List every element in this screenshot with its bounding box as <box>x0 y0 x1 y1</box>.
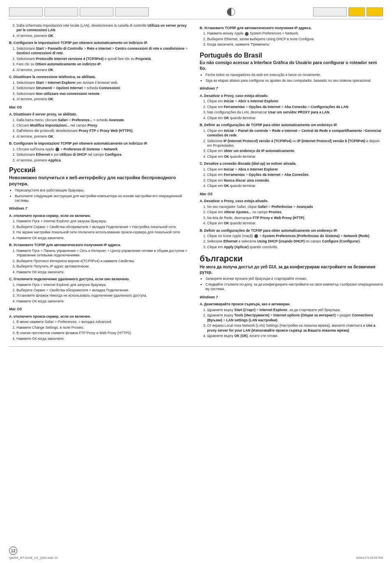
portuguese-title: Português do Brasil <box>200 51 383 59</box>
section-c-list: Selezionare Start > Internet Explorer pe… <box>16 81 192 102</box>
ru-macos-section-a-heading: А. отключите прокси-сервер, если он вклю… <box>9 314 192 319</box>
list-item: Clique em Nunca discar uma conexão. <box>207 178 383 183</box>
footer-left-text: Q8204_RT-N10E_V2_QSG.indd 12 <box>9 556 58 560</box>
list-item: Щракнете върху OK (ОК), когато сте готов… <box>207 334 383 338</box>
footer-right-text: 3/28/13 5:23:53 PM <box>356 556 383 560</box>
list-item: Cliccare sull'icona Apple > Preferenze d… <box>16 147 192 152</box>
list-item: Clique em OK quando terminar. <box>207 184 383 188</box>
list-item: Dalla schermata Impostazioni rete locale… <box>16 23 192 33</box>
list-item: Clique no ícone Apple (maçã) > System Pr… <box>207 234 383 238</box>
list-item: Нажмите ОК когда закончите. <box>16 337 192 341</box>
list-item: Щракнете върху Tools (Инструменти) > Int… <box>207 313 383 323</box>
pt-macos-b-list: Clique no ícone Apple (maçã) > System Pr… <box>207 234 383 249</box>
list-item: Dalla barra menu, cliccare Safari > Pref… <box>16 118 192 122</box>
ru-section-c-list: Нажмите Пуск > Internet Explorer для зап… <box>16 283 192 304</box>
list-item: Выберите Сервис > Свойства обозревателя … <box>16 288 192 293</box>
list-item: От екрана Local Area Network (LAN) Setti… <box>207 323 383 333</box>
list-item: В меню нажмите Safari > Preferences. > в… <box>16 320 192 324</box>
ru-section-a-list: Нажмите Пуск > Internet Explorer для зап… <box>16 219 192 240</box>
list-item: Siga as etapas abaixo para configurar os… <box>205 78 383 83</box>
portuguese-intro-list: Feche todos os navegadores da web em exe… <box>205 73 383 83</box>
list-item: Установите флажок Никогда не использоват… <box>16 293 192 298</box>
list-item: Нажмите ОК когда закончите. <box>16 270 192 275</box>
list-item: В списке протоколов снимите флажок FTP P… <box>16 331 192 335</box>
ru-section-a-heading: А. отключите прокси-сервер, если он вклю… <box>9 214 192 218</box>
windows7-label-pt: Windows 7 <box>200 86 383 91</box>
ru-macos-section-a-list: В меню нажмите Safari > Preferences. > в… <box>16 320 192 341</box>
pt-section-b-heading: B. Definir as configurações de TCP/IP pa… <box>200 123 383 127</box>
list-item: Selezionare Start > Pannello di Controll… <box>16 46 192 56</box>
list-item: Нажмите ОК когда закончите. <box>16 236 192 240</box>
apple-icon <box>55 148 59 151</box>
list-item: Selezionare Start > Internet Explorer pe… <box>16 81 192 85</box>
list-item: Нажмите Пуск > Internet Explorer для зап… <box>16 219 192 224</box>
macos-section-b-heading-it: B. Configurare le impostazioni TCP/IP pe… <box>9 141 192 146</box>
list-item: Selezionare Non utilizzare mai connessio… <box>16 92 192 96</box>
list-item: Щракнете върху Start (Старт) > Internet … <box>207 308 383 312</box>
pt-macos-a-heading: A. Desativar o Proxy, caso esteja ativad… <box>200 199 383 203</box>
list-item: Al termine, premere OK. <box>16 68 192 72</box>
bulgarian-intro-list: Затворете всички пуснати уеб браузъри и … <box>205 277 383 291</box>
bulgarian-title: български <box>200 254 383 263</box>
russian-title: Русский <box>9 166 192 174</box>
bulgarian-subtitle: Не мога да получа достъп до уеб GUI, за … <box>200 264 383 275</box>
macos-label-it: Mac OS <box>9 105 192 110</box>
list-item: На экране настройки локальной сети отклю… <box>16 230 192 235</box>
macos-label-ru: Mac OS <box>9 307 192 311</box>
list-item: Feche todos os navegadores da web em exe… <box>205 73 383 77</box>
list-item: Выберите Ethernet, затем выберите Using … <box>207 37 383 42</box>
list-item: Clique em OK quando terminar. <box>207 116 383 120</box>
bg-section-a-list: Щракнете върху Start (Старт) > Internet … <box>207 308 383 339</box>
ru-section-b-heading: В. Установите TCP/IP для автоматического… <box>9 243 192 247</box>
list-item: Выберите Протокол Интернета версии 4(TCP… <box>16 259 192 263</box>
list-item: Нажмите иконку Apple System Preferences … <box>207 31 383 36</box>
list-item: Selezionare Protocollo Internet versione… <box>16 57 192 61</box>
list-item: Clique em Ferramentas > Opções da Intern… <box>207 105 383 109</box>
ru-macos-b-heading: В. Установите TCP/IP для автоматического… <box>200 26 383 30</box>
windows7-label-ru: Windows 7 <box>9 206 192 211</box>
pt-section-c-list: Clique em Iniciar > Abra o Internet Expl… <box>207 167 383 189</box>
list-item: Выберите Получить IP адрес автоматически… <box>16 264 192 269</box>
list-item: Clique em Ferramentas > Opções da Intern… <box>207 173 383 177</box>
russian-subtitle: Невозможно получиться к веб-интерфейсу д… <box>9 175 192 187</box>
footer: 12 Q8204_RT-N10E_V2_QSG.indd 12 3/28/13 … <box>0 556 392 560</box>
list-item: Clique em Apply (Aplicar) quando concluí… <box>207 245 383 249</box>
list-item: Затворете всички пуснати уеб браузъри и … <box>205 277 383 281</box>
list-item: Dall'elenco dei protocolli, deselezionar… <box>16 129 192 133</box>
macos-section-b-list-it: Cliccare sull'icona Apple > Preferenze d… <box>16 147 192 163</box>
list-item: Clique em Iniciar > Abrir o Internet Exp… <box>207 99 383 104</box>
page-number: 12 <box>9 547 17 555</box>
list-item: Selecione Ethernet e selecione Using DHC… <box>207 239 383 244</box>
apple-icon-pt <box>254 234 258 238</box>
page: Dalla schermata Impostazioni rete locale… <box>0 0 392 563</box>
list-item: Перезапустите все работающие браузеры. <box>15 188 192 193</box>
list-item: Нажмите Пуск > Internet Explorer для зап… <box>16 283 192 287</box>
macos-section-a-list: Dalla barra menu, cliccare Safari > Pref… <box>16 118 192 139</box>
list-item: Следвайте стъпките по-долу, за да конфиг… <box>205 282 383 292</box>
list-item: Cliccare Modifica impostazioni... nel ca… <box>16 123 192 128</box>
list-item: Al termine, premere Applica. <box>16 158 192 163</box>
macos-section-a-heading: A. Disattivare il server proxy, se abili… <box>9 112 192 117</box>
list-item: Clique em Iniciar > Abra o Internet Expl… <box>207 167 383 172</box>
bg-section-a-heading: А. Деактивирайте прокси сървъра, ако е а… <box>200 302 383 307</box>
list-item: Selezionare Ethernet e poi Utilizzo di D… <box>16 152 192 157</box>
list-item: Нажмите Change Settings. в поле Proxies. <box>16 325 192 330</box>
top-divider <box>9 19 383 19</box>
right-column: В. Установите TCP/IP для автоматического… <box>200 23 383 342</box>
section-b-heading: B. Configurare le impostazioni TCP/IP pe… <box>9 41 192 45</box>
list-item: Na tela de Rede, desmarque FTP Proxy e W… <box>207 216 383 220</box>
ru-macos-b-list: Нажмите иконку Apple System Preferences … <box>207 31 383 47</box>
list-item: Al termine, premere OK. <box>16 97 192 102</box>
ru-section-c-heading: С. Отключите подключение удаленного дост… <box>9 277 192 282</box>
list-item: Selecione IP (Internet Protocol) versão … <box>207 139 383 148</box>
list-item: Clique em obter um endereço de IP automa… <box>207 149 383 153</box>
list-item: Clique em Iniciar > Painel de controle >… <box>207 129 383 138</box>
pt-section-b-list: Clique em Iniciar > Painel de controle >… <box>207 129 383 159</box>
windows7-label-bg: Windows 7 <box>200 295 383 300</box>
ru-section-b-list: Нажмите Пуск > Панель управления > Сеть … <box>16 249 192 275</box>
pt-section-a-heading: A. Desativar o Proxy, caso esteja ativad… <box>200 94 383 98</box>
pt-section-a-list: Clique em Iniciar > Abrir o Internet Exp… <box>207 99 383 120</box>
pt-macos-b-heading: B. Definir as configurações de TCP/IP pa… <box>200 228 383 233</box>
list-item: Когда закончите, нажмите 'Применить'. <box>207 42 383 47</box>
main-columns: Dalla schermata Impostazioni rete locale… <box>9 23 383 342</box>
